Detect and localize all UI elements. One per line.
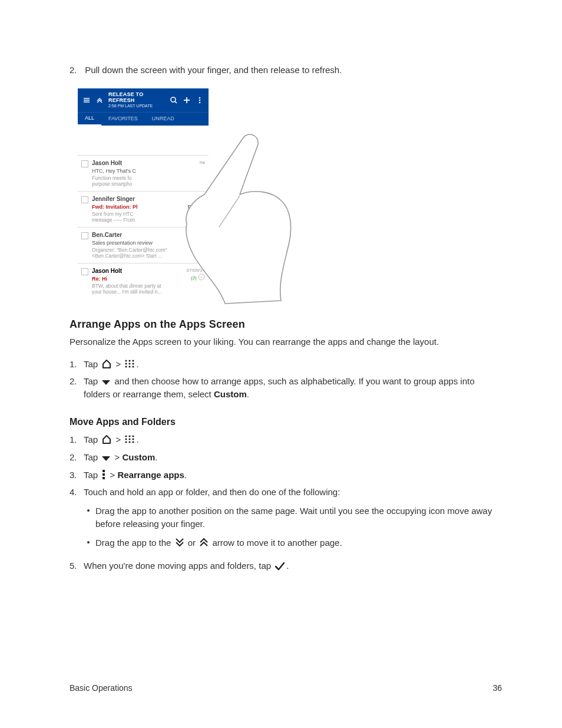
mail-subject: Fwd: Invitation: Pl	[92, 204, 138, 210]
svg-point-26	[129, 438, 131, 440]
step-2-refresh: 2. Pull down the screen with your finger…	[70, 64, 502, 77]
checkbox-icon	[81, 268, 88, 275]
mail-from: Jennifer Singer	[92, 195, 204, 204]
dropdown-triangle-icon	[101, 455, 111, 462]
step-text: Tap and then choose how to arrange apps,…	[84, 375, 502, 401]
steps-move-apps: 1. Tap > . 2. Tap > Custom. 3. Tap > Rea…	[70, 433, 502, 572]
chevron-double-up-icon	[199, 537, 209, 548]
svg-point-30	[133, 441, 134, 443]
svg-marker-31	[102, 456, 110, 461]
home-icon	[101, 434, 112, 444]
home-icon	[101, 358, 112, 369]
toolbar-title: RELEASE TO REFRESH	[108, 92, 165, 104]
svg-point-15	[125, 363, 127, 364]
intro-arrange-apps: Personalize the Apps screen to your liki…	[70, 335, 502, 348]
svg-marker-21	[102, 380, 110, 385]
checkbox-icon	[81, 232, 88, 239]
overflow-icon	[101, 469, 106, 480]
tab-unread: UNREAD	[145, 115, 181, 123]
svg-point-3	[171, 97, 176, 102]
apps-grid-icon	[124, 434, 135, 444]
svg-point-25	[125, 438, 127, 440]
step-number: 2.	[70, 375, 84, 388]
svg-rect-32	[103, 470, 105, 472]
bullet-drag-same-page: Drag the app to another position on the …	[84, 505, 502, 531]
svg-point-18	[125, 365, 127, 367]
toolbar-subtitle: 2:58 PM LAST UPDATE	[108, 104, 165, 108]
mail-row: Jason Holt HTC, Hey That's C Function me…	[78, 155, 209, 191]
checkmark-icon	[275, 561, 285, 571]
step-number: 2.	[70, 451, 84, 464]
svg-point-23	[129, 435, 131, 437]
svg-rect-33	[103, 473, 105, 476]
mail-row: Jason Holt Re: Hi BTW, about that dinner…	[78, 263, 209, 298]
svg-point-13	[129, 360, 131, 361]
phone-mock: RELEASE TO REFRESH 2:58 PM LAST UPDATE A…	[78, 88, 209, 298]
svg-point-9	[199, 101, 201, 103]
mail-subject: Sales presentation review	[92, 239, 204, 247]
step-number: 1.	[70, 433, 84, 446]
footer-section: Basic Operations	[70, 682, 133, 694]
apps-grid-icon	[124, 358, 135, 369]
dropdown-triangle-icon	[101, 379, 111, 386]
overflow-icon	[196, 96, 204, 104]
mail-preview: Function meets fo purpose smartpho	[92, 175, 204, 187]
step-number: 3.	[70, 469, 84, 482]
tab-all: ALL	[78, 114, 101, 126]
step-text: Touch and hold an app or folder, and the…	[84, 486, 502, 555]
step-text: Tap > .	[84, 433, 502, 446]
mail-meta: rwarded nifer Si...	[186, 203, 205, 217]
mail-row: Jennifer Singer Fwd: Invitation: Pl Fri …	[78, 191, 209, 227]
svg-point-14	[133, 360, 134, 361]
svg-line-4	[175, 101, 177, 103]
compose-icon	[183, 96, 191, 104]
svg-line-11	[219, 196, 240, 227]
svg-point-24	[133, 435, 134, 437]
svg-point-29	[129, 441, 131, 443]
mail-list: Jason Holt HTC, Hey That's C Function me…	[78, 126, 209, 298]
svg-point-10	[199, 274, 204, 280]
steps-arrange-apps: 1. Tap > . 2. Tap and then choose how to…	[70, 358, 502, 401]
mail-from: Jason Holt	[92, 159, 204, 168]
tab-favorites: FAVORITES	[101, 115, 145, 123]
svg-point-16	[129, 363, 131, 364]
release-arrow-icon	[95, 96, 104, 104]
step-number: 2.	[70, 64, 82, 77]
mail-preview: BTW, about that dinner party at your hou…	[92, 283, 204, 295]
substeps-drag: Drag the app to another position on the …	[84, 505, 502, 549]
svg-point-27	[133, 438, 134, 440]
svg-point-20	[133, 365, 134, 367]
mail-row: Ben.Carter Sales presentation review Org…	[78, 227, 209, 263]
mail-meta: ha	[200, 159, 205, 166]
svg-point-7	[199, 97, 201, 98]
mail-preview: Organizer: "Ben.Carter@htc.com" <Ben.Car…	[92, 247, 204, 259]
search-icon	[170, 96, 178, 104]
heading-move-apps: Move Apps and Folders	[70, 415, 502, 429]
bullet-drag-other-page: Drag the app to the or arrow to move it …	[84, 536, 502, 549]
mail-meta: 10/14/14	[187, 231, 205, 238]
mail-tabs: ALL FAVORITES UNREAD	[78, 112, 209, 126]
svg-point-22	[125, 435, 127, 437]
checkbox-icon	[81, 196, 88, 203]
mail-meta: 07/09/14 (2)	[187, 267, 205, 282]
mail-app-toolbar: RELEASE TO REFRESH 2:58 PM LAST UPDATE	[78, 88, 209, 112]
step-number: 4.	[70, 486, 84, 499]
step-number: 5.	[70, 559, 84, 572]
svg-rect-34	[103, 477, 105, 479]
svg-point-19	[129, 365, 131, 367]
svg-point-12	[125, 360, 127, 361]
hamburger-icon	[82, 96, 91, 104]
svg-point-8	[199, 99, 201, 101]
heading-arrange-apps: Arrange Apps on the Apps Screen	[70, 317, 502, 332]
chevron-double-down-icon	[175, 537, 184, 548]
step-text: Tap > Rearrange apps.	[84, 469, 502, 482]
figure-refresh-gesture: RELEASE TO REFRESH 2:58 PM LAST UPDATE A…	[78, 88, 284, 304]
checkbox-icon	[81, 160, 88, 167]
step-text: Pull down the screen with your finger, a…	[85, 65, 342, 75]
mail-subject: HTC, Hey That's C	[92, 167, 204, 175]
page-footer: Basic Operations 36	[70, 682, 502, 694]
step-number: 1.	[70, 358, 84, 371]
footer-page-number: 36	[492, 682, 502, 694]
svg-point-28	[125, 441, 127, 443]
svg-point-17	[133, 363, 134, 364]
